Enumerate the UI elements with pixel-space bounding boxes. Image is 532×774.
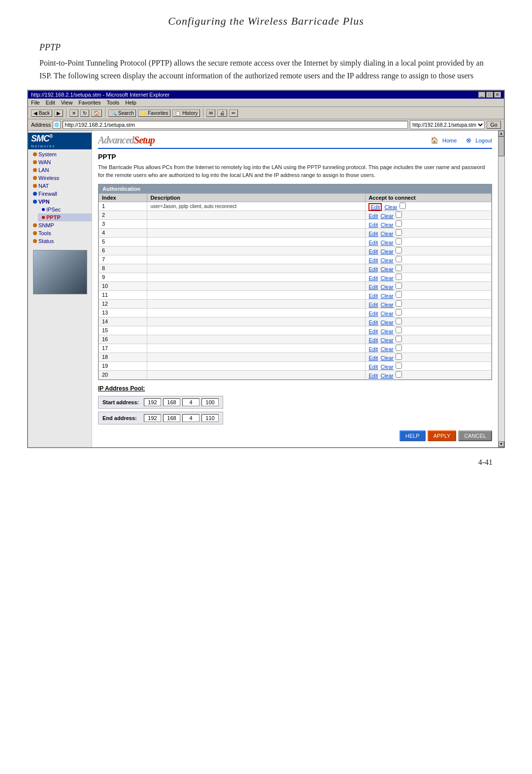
cancel-button[interactable]: CANCEL [458,430,492,441]
help-button[interactable]: HELP [399,430,426,441]
address-dropdown[interactable]: http://192.168.2.1/setupa.stm [410,120,485,129]
clear-link[interactable]: Clear [380,319,393,325]
sidebar-item-nat[interactable]: NAT [28,182,92,190]
print-button[interactable]: 🖨 [217,109,227,117]
clear-link[interactable]: Clear [380,222,393,228]
edit-link[interactable]: Edit [368,302,378,308]
accept-checkbox[interactable] [396,318,402,324]
apply-button[interactable]: APPLY [428,430,457,441]
accept-checkbox[interactable] [396,211,402,218]
edit-link[interactable]: Edit [368,337,378,343]
accept-checkbox[interactable] [396,300,402,307]
sidebar-item-ipsec[interactable]: IPSec [38,206,92,213]
edit-link[interactable]: Edit [368,346,378,352]
scrollbar-up-button[interactable]: ▲ [499,131,504,137]
sidebar-item-status[interactable]: Status [28,237,92,245]
accept-checkbox[interactable] [396,327,402,333]
sidebar-item-tools[interactable]: Tools [28,229,92,237]
history-button[interactable]: 📋 History [172,109,200,117]
sidebar-item-snmp[interactable]: SNMP [28,221,92,229]
accept-checkbox[interactable] [396,345,402,351]
go-button[interactable]: Go [487,121,501,129]
start-ip-1[interactable] [144,398,161,406]
edit-page-button[interactable]: ✏ [229,109,238,117]
accept-checkbox[interactable] [396,265,402,271]
edit-link[interactable]: Edit [368,240,378,246]
end-ip-3[interactable] [182,414,200,422]
clear-link[interactable]: Clear [380,240,393,246]
menu-edit[interactable]: Edit [46,100,55,106]
edit-link[interactable]: Edit [368,364,378,370]
sidebar-item-lan[interactable]: LAN [28,166,92,174]
end-ip-4[interactable] [201,414,219,422]
edit-link[interactable]: Edit [368,275,378,281]
clear-link[interactable]: Clear [380,328,393,334]
clear-link[interactable]: Clear [380,231,393,237]
edit-link[interactable]: Edit [368,222,378,228]
end-ip-1[interactable] [144,414,161,422]
accept-checkbox[interactable] [396,229,402,236]
edit-link[interactable]: Edit [368,266,378,272]
edit-link[interactable]: Edit [368,213,378,219]
clear-link[interactable]: Clear [384,204,397,210]
address-input[interactable] [63,121,408,129]
edit-link[interactable]: Edit [368,355,378,361]
clear-link[interactable]: Clear [380,257,393,263]
accept-checkbox[interactable] [396,256,402,262]
edit-link[interactable]: Edit [368,203,382,211]
accept-checkbox[interactable] [396,362,402,369]
search-button[interactable]: 🔍 Search [108,109,136,117]
forward-button[interactable]: ▶ [54,109,63,117]
scrollbar-thumb[interactable] [499,137,504,156]
logout-link[interactable]: Logout [475,138,492,143]
sidebar-item-vpn[interactable]: VPN [28,198,92,206]
edit-link[interactable]: Edit [368,257,378,263]
start-ip-4[interactable] [201,398,219,406]
minimize-button[interactable]: _ [478,92,485,98]
clear-link[interactable]: Clear [380,293,393,299]
accept-checkbox[interactable] [396,309,402,316]
accept-checkbox[interactable] [396,282,402,289]
accept-checkbox[interactable] [396,371,402,378]
accept-checkbox[interactable] [396,247,402,253]
back-button[interactable]: ◀ Back [31,109,52,117]
stop-button[interactable]: ✕ [69,109,78,117]
menu-view[interactable]: View [61,100,73,106]
clear-link[interactable]: Clear [380,364,393,370]
accept-checkbox[interactable] [396,220,402,227]
menu-favorites[interactable]: Favorites [78,100,100,106]
close-button[interactable]: ✕ [494,92,501,98]
clear-link[interactable]: Clear [380,346,393,352]
refresh-button[interactable]: ↻ [80,109,89,117]
favorites-button[interactable]: ⭐ Favorites [138,109,170,117]
accept-checkbox[interactable] [396,353,402,360]
accept-checkbox[interactable] [396,291,402,298]
mail-button[interactable]: ✉ [206,109,215,117]
menu-file[interactable]: File [31,100,40,106]
sidebar-item-firewall[interactable]: Firewall [28,190,92,198]
edit-link[interactable]: Edit [368,231,378,237]
accept-checkbox[interactable] [396,274,402,280]
scrollbar-down-button[interactable]: ▼ [499,441,504,447]
end-ip-2[interactable] [163,414,180,422]
accept-checkbox[interactable] [396,238,402,245]
edit-link[interactable]: Edit [368,248,378,254]
clear-link[interactable]: Clear [380,373,393,379]
menu-help[interactable]: Help [125,100,136,106]
edit-link[interactable]: Edit [368,293,378,299]
clear-link[interactable]: Clear [380,213,393,219]
maximize-button[interactable]: □ [486,92,493,98]
accept-checkbox[interactable] [396,336,402,342]
home-button[interactable]: 🏠 [91,109,102,117]
menu-tools[interactable]: Tools [107,100,120,106]
edit-link[interactable]: Edit [368,319,378,325]
edit-link[interactable]: Edit [368,284,378,290]
sidebar-item-system[interactable]: System [28,150,92,158]
clear-link[interactable]: Clear [380,266,393,272]
edit-link[interactable]: Edit [368,328,378,334]
sidebar-item-wan[interactable]: WAN [28,158,92,166]
clear-link[interactable]: Clear [380,355,393,361]
start-ip-3[interactable] [182,398,200,406]
edit-link[interactable]: Edit [368,311,378,317]
clear-link[interactable]: Clear [380,311,393,317]
